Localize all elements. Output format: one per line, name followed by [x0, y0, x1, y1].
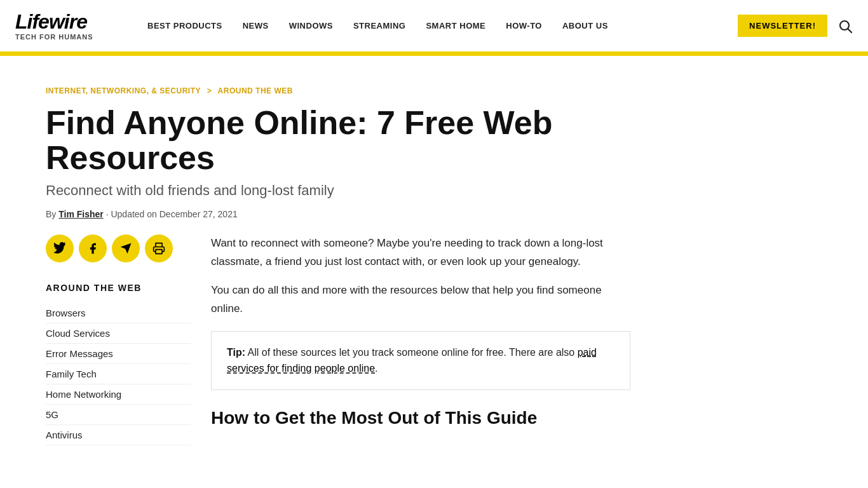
site-logo[interactable]: Lifewire	[15, 11, 117, 32]
main-nav: BEST PRODUCTS NEWS WINDOWS STREAMING SMA…	[137, 21, 728, 30]
tip-text: All of these sources let you track someo…	[245, 347, 578, 358]
meta-updated: · Updated on December 27, 2021	[106, 209, 238, 219]
share-buttons	[46, 234, 191, 262]
article-meta: By Tim Fisher · Updated on December 27, …	[46, 209, 822, 219]
nav-about-us[interactable]: ABOUT US	[552, 21, 618, 30]
logo-area: Lifewire TECH FOR HUMANS	[15, 11, 117, 41]
share-facebook-button[interactable]	[79, 234, 107, 262]
nav-windows[interactable]: WINDOWS	[279, 21, 343, 30]
section-heading: How to Get the Most Out of This Guide	[211, 408, 630, 428]
sidebar-link-cloud-services[interactable]: Cloud Services	[46, 323, 191, 344]
sidebar-link-family-tech[interactable]: Family Tech	[46, 364, 191, 384]
breadcrumb: INTERNET, NETWORKING, & SECURITY > AROUN…	[46, 86, 822, 95]
breadcrumb-current[interactable]: AROUND THE WEB	[218, 86, 293, 95]
site-header: Lifewire TECH FOR HUMANS BEST PRODUCTS N…	[0, 0, 868, 53]
intro-paragraph-1: Want to reconnect with someone? Maybe yo…	[211, 234, 630, 271]
sidebar-link-browsers[interactable]: Browsers	[46, 303, 191, 323]
intro-paragraph-2: You can do all this and more with the re…	[211, 281, 630, 318]
article-title: Find Anyone Online: 7 Free Web Resources	[46, 105, 649, 175]
article-header: Find Anyone Online: 7 Free Web Resources…	[0, 105, 868, 234]
share-twitter-button[interactable]	[46, 234, 74, 262]
sidebar-link-antivirus[interactable]: Antivirus	[46, 425, 191, 445]
site-tagline: TECH FOR HUMANS	[15, 33, 117, 41]
telegram-icon	[119, 242, 132, 255]
nav-news[interactable]: NEWS	[233, 21, 279, 30]
facebook-icon	[86, 242, 99, 255]
breadcrumb-parent[interactable]: INTERNET, NETWORKING, & SECURITY	[46, 86, 201, 95]
nav-streaming[interactable]: STREAMING	[343, 21, 416, 30]
print-button[interactable]	[145, 234, 173, 262]
sidebar-section-title: AROUND THE WEB	[46, 283, 191, 293]
newsletter-button[interactable]: NEWSLETTER!	[738, 15, 827, 37]
nav-smart-home[interactable]: SMART HOME	[416, 21, 496, 30]
sidebar: AROUND THE WEB Browsers Cloud Services E…	[46, 234, 211, 445]
tip-end: .	[375, 363, 377, 374]
article-body: Want to reconnect with someone? Maybe yo…	[211, 234, 630, 445]
search-button[interactable]	[837, 18, 853, 34]
nav-how-to[interactable]: HOW-TO	[496, 21, 552, 30]
article-subtitle: Reconnect with old friends and long-lost…	[46, 182, 822, 199]
twitter-icon	[53, 242, 66, 255]
main-content: AROUND THE WEB Browsers Cloud Services E…	[0, 234, 868, 445]
search-icon	[837, 18, 853, 34]
meta-by: By	[46, 209, 56, 219]
article-intro: Want to reconnect with someone? Maybe yo…	[211, 234, 630, 318]
print-icon	[153, 242, 165, 255]
svg-rect-2	[156, 250, 162, 254]
sidebar-link-5g[interactable]: 5G	[46, 405, 191, 425]
share-telegram-button[interactable]	[112, 234, 140, 262]
sidebar-link-error-messages[interactable]: Error Messages	[46, 344, 191, 364]
breadcrumb-area: INTERNET, NETWORKING, & SECURITY > AROUN…	[0, 56, 868, 105]
tip-label: Tip:	[227, 347, 245, 358]
tip-box: Tip: All of these sources let you track …	[211, 331, 630, 390]
author-link[interactable]: Tim Fisher	[58, 209, 104, 219]
sidebar-link-home-networking[interactable]: Home Networking	[46, 384, 191, 405]
svg-line-1	[848, 29, 852, 32]
breadcrumb-separator: >	[207, 86, 212, 95]
nav-best-products[interactable]: BEST PRODUCTS	[137, 21, 233, 30]
